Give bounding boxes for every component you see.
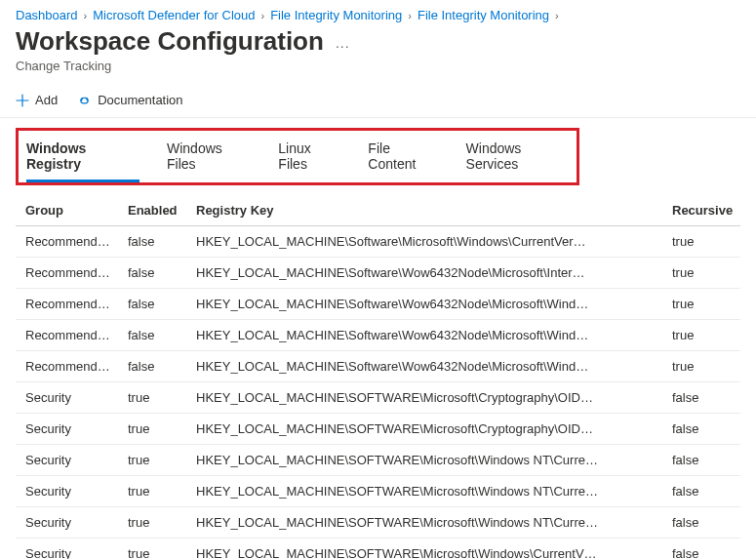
cell-recursive: false xyxy=(662,445,740,476)
breadcrumb-link[interactable]: File Integrity Monitoring xyxy=(270,8,402,22)
table-header-row: Group Enabled Registry Key Recursive xyxy=(16,195,740,226)
cell-registry_key: HKEY_LOCAL_MACHINE\SOFTWARE\Microsoft\Wi… xyxy=(186,507,662,539)
header-registry-key[interactable]: Registry Key xyxy=(186,195,662,226)
tab-linux-files[interactable]: Linux Files xyxy=(278,137,340,182)
cell-group: Security xyxy=(16,414,118,445)
cell-recursive: false xyxy=(662,507,740,539)
chevron-right-icon: › xyxy=(260,10,264,21)
cell-registry_key: HKEY_LOCAL_MACHINE\SOFTWARE\Microsoft\Wi… xyxy=(186,539,662,560)
cell-registry_key: HKEY_LOCAL_MACHINE\Software\Wow6432Node\… xyxy=(186,258,662,289)
header-group[interactable]: Group xyxy=(16,195,118,226)
cell-enabled: true xyxy=(118,382,186,414)
cell-enabled: false xyxy=(118,289,186,320)
documentation-label: Documentation xyxy=(98,93,182,107)
table-row[interactable]: RecommendedfalseHKEY_LOCAL_MACHINE\Softw… xyxy=(16,226,740,258)
cell-enabled: true xyxy=(118,445,186,476)
cell-registry_key: HKEY_LOCAL_MACHINE\Software\Wow6432Node\… xyxy=(186,289,662,320)
cell-registry_key: HKEY_LOCAL_MACHINE\Software\Wow6432Node\… xyxy=(186,320,662,351)
table-row[interactable]: SecuritytrueHKEY_LOCAL_MACHINE\SOFTWARE\… xyxy=(16,507,740,539)
cell-registry_key: HKEY_LOCAL_MACHINE\Software\Microsoft\Wi… xyxy=(186,226,662,258)
link-icon xyxy=(77,94,92,107)
table-row[interactable]: RecommendedfalseHKEY_LOCAL_MACHINE\Softw… xyxy=(16,320,740,351)
header-enabled[interactable]: Enabled xyxy=(118,195,186,226)
cell-registry_key: HKEY_LOCAL_MACHINE\SOFTWARE\Microsoft\Wi… xyxy=(186,445,662,476)
header-recursive[interactable]: Recursive xyxy=(662,195,740,226)
cell-recursive: true xyxy=(662,320,740,351)
more-icon[interactable]: ··· xyxy=(336,30,350,54)
cell-enabled: true xyxy=(118,476,186,507)
toolbar: Add Documentation xyxy=(0,87,756,117)
table-row[interactable]: RecommendedfalseHKEY_LOCAL_MACHINE\Softw… xyxy=(16,351,740,382)
tab-windows-services[interactable]: Windows Services xyxy=(466,137,573,182)
table-row[interactable]: RecommendedfalseHKEY_LOCAL_MACHINE\Softw… xyxy=(16,258,740,289)
cell-group: Recommended xyxy=(16,289,118,320)
cell-group: Security xyxy=(16,476,118,507)
cell-registry_key: HKEY_LOCAL_MACHINE\SOFTWARE\Microsoft\Cr… xyxy=(186,414,662,445)
documentation-button[interactable]: Documentation xyxy=(77,93,182,107)
tab-windows-registry[interactable]: Windows Registry xyxy=(26,137,139,182)
cell-enabled: true xyxy=(118,414,186,445)
cell-enabled: true xyxy=(118,539,186,560)
cell-enabled: false xyxy=(118,258,186,289)
cell-enabled: true xyxy=(118,507,186,539)
tabs-highlight-box: Windows RegistryWindows FilesLinux Files… xyxy=(16,128,579,185)
cell-enabled: false xyxy=(118,351,186,382)
chevron-right-icon: › xyxy=(408,10,412,21)
tabs: Windows RegistryWindows FilesLinux Files… xyxy=(22,137,573,182)
chevron-right-icon: › xyxy=(555,10,559,21)
cell-recursive: true xyxy=(662,351,740,382)
breadcrumb-link[interactable]: Microsoft Defender for Cloud xyxy=(93,8,255,22)
cell-group: Security xyxy=(16,382,118,414)
breadcrumb-link[interactable]: File Integrity Monitoring xyxy=(418,8,549,22)
title-bar: Workspace Configuration ··· xyxy=(0,22,756,57)
table-row[interactable]: SecuritytrueHKEY_LOCAL_MACHINE\SOFTWARE\… xyxy=(16,445,740,476)
registry-table: Group Enabled Registry Key Recursive Rec… xyxy=(16,195,740,559)
cell-registry_key: HKEY_LOCAL_MACHINE\SOFTWARE\Microsoft\Cr… xyxy=(186,382,662,414)
table-row[interactable]: SecuritytrueHKEY_LOCAL_MACHINE\SOFTWARE\… xyxy=(16,539,740,560)
chevron-right-icon: › xyxy=(84,10,88,21)
breadcrumb-link[interactable]: Dashboard xyxy=(16,8,78,22)
cell-recursive: false xyxy=(662,382,740,414)
table-row[interactable]: SecuritytrueHKEY_LOCAL_MACHINE\SOFTWARE\… xyxy=(16,382,740,414)
page-title: Workspace Configuration xyxy=(16,26,324,57)
table-row[interactable]: SecuritytrueHKEY_LOCAL_MACHINE\SOFTWARE\… xyxy=(16,414,740,445)
cell-recursive: false xyxy=(662,414,740,445)
add-button[interactable]: Add xyxy=(16,93,58,107)
cell-recursive: false xyxy=(662,539,740,560)
cell-group: Security xyxy=(16,539,118,560)
table-row[interactable]: SecuritytrueHKEY_LOCAL_MACHINE\SOFTWARE\… xyxy=(16,476,740,507)
cell-enabled: false xyxy=(118,226,186,258)
cell-enabled: false xyxy=(118,320,186,351)
add-label: Add xyxy=(35,93,58,107)
cell-group: Recommended xyxy=(16,226,118,258)
cell-group: Security xyxy=(16,507,118,539)
cell-group: Recommended xyxy=(16,351,118,382)
cell-recursive: false xyxy=(662,476,740,507)
cell-registry_key: HKEY_LOCAL_MACHINE\Software\Wow6432Node\… xyxy=(186,351,662,382)
cell-registry_key: HKEY_LOCAL_MACHINE\SOFTWARE\Microsoft\Wi… xyxy=(186,476,662,507)
cell-group: Security xyxy=(16,445,118,476)
tab-windows-files[interactable]: Windows Files xyxy=(167,137,251,182)
cell-group: Recommended xyxy=(16,320,118,351)
divider xyxy=(0,117,756,118)
cell-recursive: true xyxy=(662,258,740,289)
page-subtitle: Change Tracking xyxy=(0,59,756,87)
breadcrumb: Dashboard›Microsoft Defender for Cloud›F… xyxy=(0,0,756,22)
table-row[interactable]: RecommendedfalseHKEY_LOCAL_MACHINE\Softw… xyxy=(16,289,740,320)
cell-recursive: true xyxy=(662,226,740,258)
plus-icon xyxy=(16,94,29,107)
cell-group: Recommended xyxy=(16,258,118,289)
cell-recursive: true xyxy=(662,289,740,320)
tab-file-content[interactable]: File Content xyxy=(368,137,438,182)
